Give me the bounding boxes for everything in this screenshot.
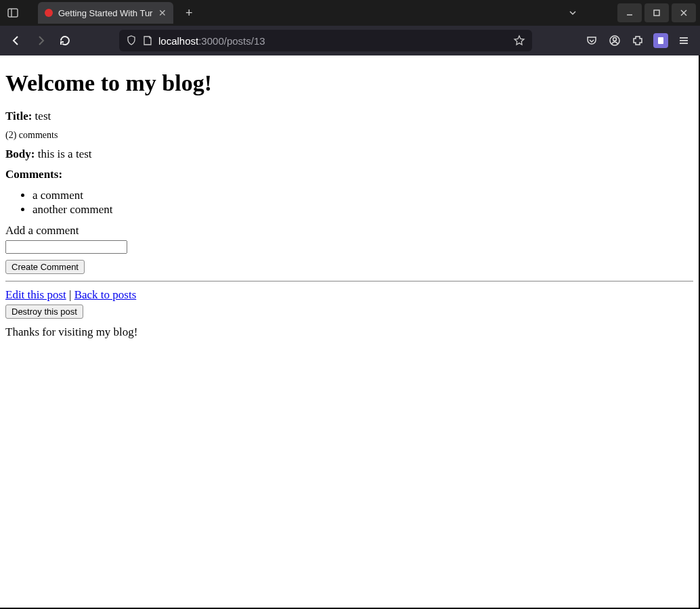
maximize-button[interactable] — [644, 3, 669, 22]
divider — [5, 281, 693, 281]
post-actions-row: Edit this post | Back to posts — [5, 288, 693, 302]
svg-rect-8 — [658, 37, 663, 44]
app-menu-icon[interactable] — [673, 30, 695, 51]
tab-close-icon[interactable]: ✕ — [158, 7, 167, 18]
page-content: Welcome to my blog! Title: test (2) comm… — [0, 55, 700, 609]
page-heading: Welcome to my blog! — [5, 70, 693, 96]
title-value: test — [35, 110, 51, 122]
edit-post-link[interactable]: Edit this post — [5, 288, 66, 301]
tab-title: Getting Started With Tur — [58, 8, 153, 18]
new-tab-button[interactable]: + — [185, 6, 193, 20]
url-path: :3000/posts/13 — [198, 35, 265, 47]
body-value: this is a test — [38, 148, 92, 160]
reload-button[interactable] — [54, 30, 76, 51]
list-item: a comment — [32, 188, 693, 202]
extensions-icon[interactable] — [627, 30, 649, 51]
svg-rect-3 — [654, 10, 659, 16]
create-comment-button[interactable]: Create Comment — [5, 260, 85, 274]
svg-rect-0 — [8, 9, 18, 17]
sidebar-panel-icon[interactable] — [4, 4, 22, 22]
browser-toolbar: localhost:3000/posts/13 — [0, 26, 700, 55]
url-bar[interactable]: localhost:3000/posts/13 — [119, 30, 532, 51]
comments-list: a comment another comment — [5, 188, 693, 217]
close-window-button[interactable] — [672, 3, 696, 22]
list-item: another comment — [32, 202, 693, 217]
tab-favicon-icon — [45, 9, 53, 17]
toolbar-right — [581, 30, 695, 51]
comment-input[interactable] — [5, 240, 127, 254]
titlebar-left: Getting Started With Tur ✕ + — [4, 2, 193, 24]
minimize-button[interactable] — [617, 3, 642, 22]
post-body-row: Body: this is a test — [5, 148, 693, 161]
url-host: localhost — [158, 35, 198, 47]
shield-icon[interactable] — [126, 35, 137, 46]
url-text: localhost:3000/posts/13 — [158, 35, 265, 47]
bookmark-star-icon[interactable] — [513, 35, 525, 47]
site-info-icon[interactable] — [142, 35, 153, 46]
back-button[interactable] — [5, 30, 27, 51]
add-comment-label: Add a comment — [5, 224, 693, 238]
forward-button[interactable] — [30, 30, 51, 51]
back-to-posts-link[interactable]: Back to posts — [74, 288, 137, 301]
comments-label: Comments: — [5, 168, 62, 181]
svg-point-7 — [613, 38, 617, 41]
destroy-post-button[interactable]: Destroy this post — [5, 304, 83, 319]
window-titlebar: Getting Started With Tur ✕ + — [0, 0, 700, 26]
body-label: Body: — [5, 148, 35, 160]
account-icon[interactable] — [604, 30, 626, 51]
pocket-icon[interactable] — [581, 30, 603, 51]
titlebar-right — [561, 3, 696, 22]
comments-heading-row: Comments: — [5, 168, 693, 181]
addon-icon[interactable] — [653, 33, 668, 48]
footer-text: Thanks for visiting my blog! — [5, 325, 693, 339]
title-label: Title: — [5, 110, 32, 122]
comments-count: (2) comments — [5, 130, 693, 141]
browser-tab[interactable]: Getting Started With Tur ✕ — [38, 2, 173, 24]
separator: | — [66, 288, 74, 301]
post-title-row: Title: test — [5, 110, 693, 123]
tabs-dropdown-icon[interactable] — [561, 3, 585, 22]
